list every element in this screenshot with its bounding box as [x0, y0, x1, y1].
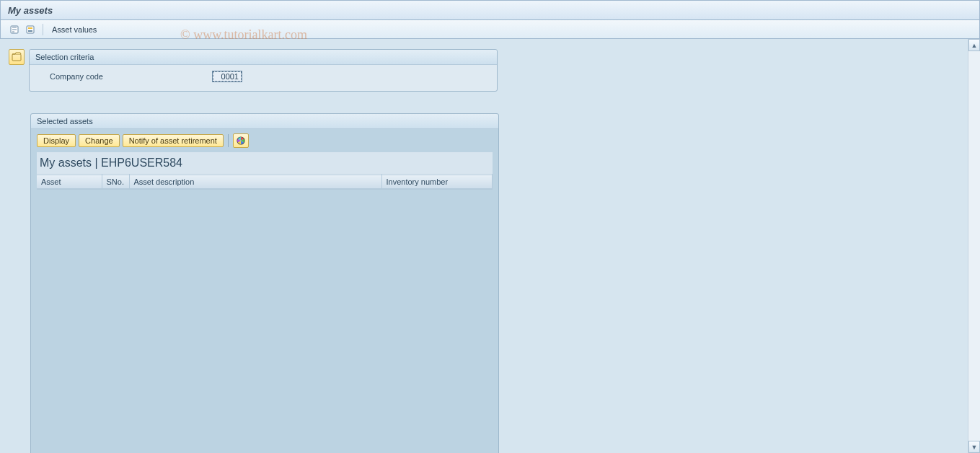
company-code-field[interactable]: [212, 71, 242, 82]
scroll-down-button[interactable]: ▼: [968, 441, 980, 453]
execute-icon[interactable]: [8, 23, 21, 36]
col-description[interactable]: Asset description: [129, 175, 381, 189]
selection-criteria-group: Selection criteria Company code: [29, 49, 498, 92]
display-button[interactable]: Display: [37, 134, 76, 147]
choose-layout-button[interactable]: [233, 133, 249, 148]
app-toolbar: Asset values: [0, 20, 980, 39]
company-code-label: Company code: [50, 72, 212, 81]
col-inventory[interactable]: Inventory number: [381, 175, 493, 189]
vertical-scrollbar[interactable]: ▲ ▼: [968, 39, 980, 453]
selected-assets-body: Display Change Notify of asset retiremen…: [31, 129, 498, 453]
selection-criteria-header: Selection criteria: [30, 50, 497, 65]
assets-table: Asset SNo. Asset description Inventory n…: [37, 175, 493, 189]
selected-assets-header: Selected assets: [31, 114, 498, 129]
toolbar-separator: [43, 24, 43, 35]
selection-row: Selection criteria Company code: [9, 49, 973, 92]
scroll-track[interactable]: [968, 51, 980, 441]
grid-title: My assets | EHP6USER584: [37, 152, 493, 175]
notify-retirement-button[interactable]: Notify of asset retirement: [123, 134, 224, 147]
scroll-up-button[interactable]: ▲: [968, 39, 980, 51]
content-area: Selection criteria Company code Selected…: [0, 39, 980, 453]
table-header-row: Asset SNo. Asset description Inventory n…: [37, 175, 493, 189]
button-row: Display Change Notify of asset retiremen…: [37, 133, 493, 148]
page-title: My assets: [8, 5, 53, 16]
table-empty-area: [37, 189, 493, 453]
svg-rect-2: [28, 27, 32, 29]
col-sno[interactable]: SNo.: [102, 175, 129, 189]
svg-rect-1: [27, 26, 34, 33]
asset-values-link[interactable]: Asset values: [49, 25, 100, 34]
svg-rect-3: [28, 30, 32, 32]
selected-assets-panel: Selected assets Display Change Notify of…: [30, 113, 499, 453]
button-separator: [228, 134, 229, 147]
overview-icon[interactable]: [24, 23, 37, 36]
col-asset[interactable]: Asset: [37, 175, 102, 189]
svg-rect-4: [12, 54, 21, 61]
title-bar: My assets: [0, 0, 980, 20]
expand-tree-icon[interactable]: [9, 49, 25, 65]
selection-criteria-body: Company code: [30, 65, 497, 91]
change-button[interactable]: Change: [79, 134, 120, 147]
